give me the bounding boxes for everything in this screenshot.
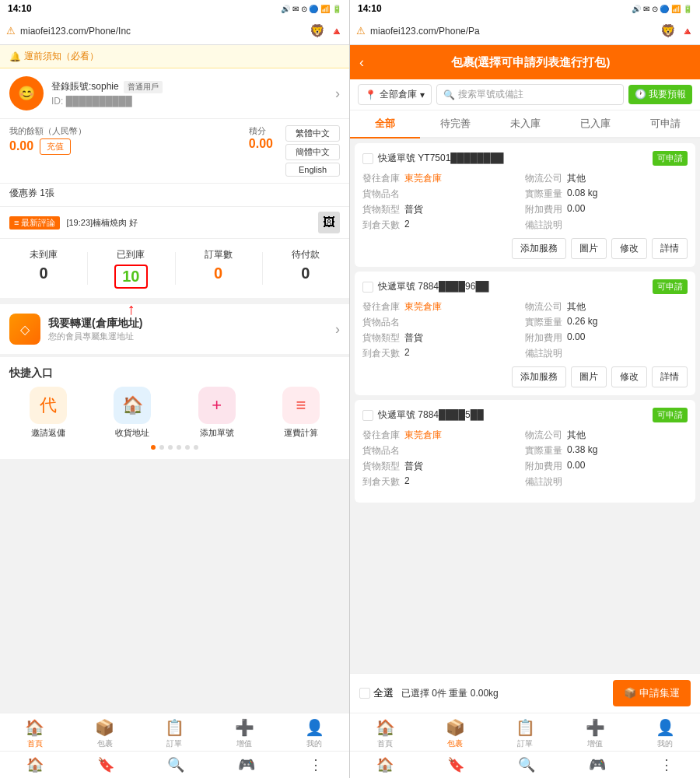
right-nav-value[interactable]: ➕ 增值 bbox=[560, 718, 630, 749]
pkg-card-1-status: 可申請 bbox=[653, 151, 688, 166]
pkg-card-1-detail[interactable]: 詳情 bbox=[652, 238, 688, 259]
left-nav-order-label: 訂單 bbox=[166, 738, 182, 749]
transfer-title: 我要轉運(倉庫地址) bbox=[48, 317, 327, 331]
pkg-card-1-photo[interactable]: 圖片 bbox=[571, 238, 607, 259]
right-sys-more-btn[interactable]: ⋮ bbox=[660, 756, 674, 773]
predict-button[interactable]: 🕐 我要預報 bbox=[628, 85, 692, 104]
tab-pending[interactable]: 待完善 bbox=[420, 110, 490, 138]
pkg-card-3-note: 備註說明 bbox=[525, 475, 688, 489]
right-nav-package[interactable]: 📦 包裹 bbox=[420, 718, 490, 749]
right-nav-profile[interactable]: 👤 我的 bbox=[630, 718, 700, 749]
points-col: 積分 0.00 繁體中文 簡體中文 English bbox=[249, 125, 340, 177]
selected-count-label: 已選擇 bbox=[401, 688, 429, 699]
balance-row: 我的餘額（人民幣） 0.00 充值 積分 0.00 繁體中文 簡體中文 Engl… bbox=[0, 119, 349, 184]
pkg-card-1-extra: 附加費用 0.00 bbox=[525, 203, 688, 216]
left-nav-package[interactable]: 📦 包裹 bbox=[70, 718, 140, 749]
back-button[interactable]: ‹ bbox=[359, 54, 364, 71]
right-nav-home-label: 首頁 bbox=[377, 738, 393, 749]
right-nav-home[interactable]: 🏠 首頁 bbox=[350, 718, 420, 749]
left-phone-panel: 14:10 🔊 ✉ ⊙ 🔵 📶 🔋 ⚠ miaofei123.com/Phone… bbox=[0, 0, 350, 778]
package-bottom-bar: 全選 已選擇 0件 重量 0.00kg 📦 申請集運 bbox=[350, 673, 700, 713]
quick-item-address[interactable]: 🏠 收貨地址 bbox=[114, 387, 151, 439]
pkg-card-2-extra: 附加費用 0.00 bbox=[525, 331, 688, 345]
left-sys-app-btn[interactable]: 🎮 bbox=[238, 756, 255, 773]
left-warning-icon: ⚠ bbox=[6, 25, 16, 37]
lang-simplified-button[interactable]: 簡體中文 bbox=[285, 144, 340, 160]
package-card-1: 快遞單號 YT7501████████ 可申請 發往倉庫 東莞倉庫 物流公司 其… bbox=[355, 143, 695, 267]
review-label: ≡ 最新評論 bbox=[9, 216, 60, 230]
pkg-card-1-weight: 實際重量 0.08 kg bbox=[525, 187, 688, 201]
pkg-card-1-edit[interactable]: 修改 bbox=[611, 238, 647, 259]
user-card[interactable]: 😊 登錄賬號:sophie 普通用戶 ID: ██████████ › bbox=[0, 68, 349, 119]
left-nav-home-icon: 🏠 bbox=[25, 718, 44, 737]
order-count-label: 訂單數 bbox=[205, 248, 233, 261]
left-sys-home-btn[interactable]: 🏠 bbox=[26, 756, 44, 773]
pkg-card-3-checkbox[interactable] bbox=[362, 410, 373, 421]
left-nav-order[interactable]: 📋 訂單 bbox=[140, 718, 210, 749]
package-tabs: 全部 待完善 未入庫 已入庫 可申請 bbox=[350, 110, 700, 138]
right-time: 14:10 bbox=[358, 3, 382, 14]
transfer-widget[interactable]: ◇ 我要轉運(倉庫地址) 您的會員專屬集運地址 › bbox=[0, 304, 349, 357]
quick-item-shipping-calc[interactable]: ≡ 運費計算 bbox=[282, 387, 320, 439]
transfer-icon: ◇ bbox=[9, 314, 40, 345]
left-nav-value[interactable]: ➕ 增值 bbox=[209, 718, 279, 749]
user-card-arrow-icon: › bbox=[335, 86, 340, 102]
select-all-cb-box[interactable] bbox=[359, 688, 370, 699]
stat-arrived[interactable]: 已到庫 10 ↑ bbox=[87, 248, 174, 289]
dot-2 bbox=[159, 445, 164, 450]
apply-button[interactable]: 📦 申請集運 bbox=[613, 680, 691, 706]
warehouse-select[interactable]: 📍 全部倉庫 ▾ bbox=[358, 84, 432, 105]
quick-item-add-order[interactable]: + 添加單號 bbox=[198, 387, 236, 439]
transfer-subtitle: 您的會員專屬集運地址 bbox=[48, 331, 327, 342]
right-sys-search-btn[interactable]: 🔍 bbox=[518, 756, 535, 773]
pkg-card-2-logistics: 物流公司 其他 bbox=[525, 300, 688, 314]
pkg-card-2-edit[interactable]: 修改 bbox=[611, 366, 647, 387]
pkg-card-2-checkbox[interactable] bbox=[362, 282, 373, 293]
package-header: ‹ 包裹(選擇可申請列表進行打包) bbox=[350, 45, 700, 79]
left-nav-profile[interactable]: 👤 我的 bbox=[279, 718, 349, 749]
pkg-card-2-detail[interactable]: 詳情 bbox=[652, 366, 688, 387]
search-placeholder: 搜索單號或備註 bbox=[458, 88, 523, 101]
left-sys-search-btn[interactable]: 🔍 bbox=[167, 756, 184, 773]
lang-english-button[interactable]: English bbox=[285, 163, 340, 177]
left-nav-home[interactable]: 🏠 首頁 bbox=[0, 718, 70, 749]
pkg-card-3-extra: 附加費用 0.00 bbox=[525, 460, 688, 473]
recharge-button[interactable]: 充值 bbox=[40, 138, 71, 155]
left-sys-more-btn[interactable]: ⋮ bbox=[309, 756, 323, 773]
balance-value: 0.00 bbox=[9, 139, 33, 153]
pkg-card-2-photo[interactable]: 圖片 bbox=[571, 366, 607, 387]
select-all-checkbox[interactable]: 全選 bbox=[359, 686, 394, 700]
tab-all[interactable]: 全部 bbox=[350, 110, 420, 138]
left-address-bar[interactable]: ⚠ miaofei123.com/Phone/Inc 🦁 🔺 bbox=[0, 17, 349, 45]
left-sys-bookmark-btn[interactable]: 🔖 bbox=[97, 756, 114, 773]
pkg-card-2-add-service[interactable]: 添加服務 bbox=[512, 366, 566, 387]
lang-traditional-button[interactable]: 繁體中文 bbox=[285, 125, 340, 142]
pkg-card-1-info: 發往倉庫 東莞倉庫 物流公司 其他 貨物品名 實際重量 0.08 kg 貨物類型 bbox=[362, 172, 688, 232]
right-sys-app-btn[interactable]: 🎮 bbox=[589, 756, 606, 773]
left-nav-value-icon: ➕ bbox=[235, 718, 254, 737]
user-info: 登錄賬號:sophie 普通用戶 ID: ██████████ bbox=[51, 80, 327, 107]
right-nav-order[interactable]: 📋 訂單 bbox=[490, 718, 560, 749]
left-nav-value-label: 增值 bbox=[236, 738, 252, 749]
pkg-card-2-tracking: 快遞單號 7884████96██ bbox=[378, 280, 653, 293]
add-order-icon: + bbox=[198, 387, 236, 424]
stat-not-arrived: 未到庫 0 bbox=[0, 248, 87, 289]
right-sys-bookmark-btn[interactable]: 🔖 bbox=[447, 756, 464, 773]
left-nav-package-icon: 📦 bbox=[95, 718, 114, 737]
pkg-card-3-tracking: 快遞單號 7884████5██ bbox=[378, 408, 653, 422]
pkg-card-1-add-service[interactable]: 添加服務 bbox=[512, 238, 566, 259]
pkg-card-1-header: 快遞單號 YT7501████████ 可申請 bbox=[362, 151, 688, 166]
pkg-card-1-actions: 添加服務 圖片 修改 詳情 bbox=[362, 238, 688, 259]
tab-not-arrived[interactable]: 未入庫 bbox=[490, 110, 560, 138]
pkg-card-1-checkbox[interactable] bbox=[362, 153, 373, 164]
quick-item-invite[interactable]: 代 邀請返傭 bbox=[30, 387, 67, 439]
quick-access-title: 快捷入口 bbox=[0, 363, 349, 387]
left-notice-bar[interactable]: 🔔 運前須知（必看） bbox=[0, 45, 349, 68]
right-address-bar[interactable]: ⚠ miaofei123.com/Phone/Pa 🦁 🔺 bbox=[350, 17, 700, 45]
order-count-value: 0 bbox=[214, 265, 222, 282]
tab-arrived[interactable]: 已入庫 bbox=[560, 110, 630, 138]
search-box[interactable]: 🔍 搜索單號或備註 bbox=[436, 84, 624, 105]
pkg-card-2-header: 快遞單號 7884████96██ 可申請 bbox=[362, 279, 688, 294]
right-sys-home-btn[interactable]: 🏠 bbox=[376, 756, 394, 773]
tab-applicable[interactable]: 可申請 bbox=[630, 110, 700, 138]
